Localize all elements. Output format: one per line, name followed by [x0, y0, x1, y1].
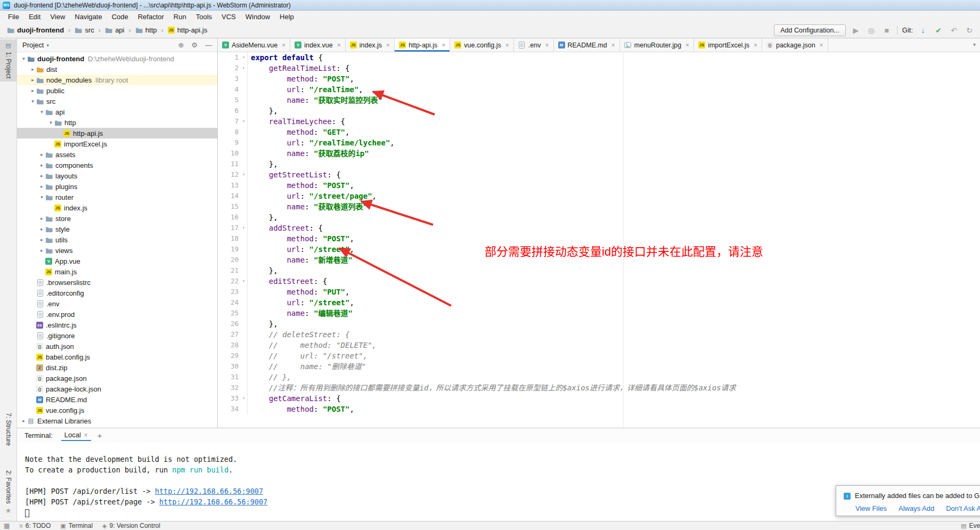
- tree-item-.env.prod[interactable]: .env.prod: [17, 309, 217, 320]
- code-line-14[interactable]: 14 url: "/street/page",: [218, 191, 980, 201]
- tree-item-utils[interactable]: ▸utils: [17, 234, 217, 245]
- tree-item-plugins[interactable]: ▸plugins: [17, 181, 217, 192]
- code-line-30[interactable]: 30 // name: "删除巷道": [218, 361, 980, 372]
- code-line-33[interactable]: 33▾ getCameraList: {: [218, 393, 980, 404]
- hide-panel-icon[interactable]: —: [205, 41, 212, 49]
- tree-item-public[interactable]: ▸public: [17, 85, 217, 96]
- tree-item-.browserslistrc[interactable]: .browserslistrc: [17, 277, 217, 288]
- chevron-collapsed-icon[interactable]: ▸: [29, 77, 36, 83]
- code-line-2[interactable]: 2▾ getRealTimeList: {: [218, 63, 980, 74]
- tree-item-layouts[interactable]: ▸layouts: [17, 170, 217, 181]
- chevron-collapsed-icon[interactable]: ▸: [38, 216, 45, 221]
- code-line-15[interactable]: 15 name: "获取巷道列表": [218, 201, 980, 212]
- breadcrumb-item-api[interactable]: api: [102, 25, 127, 35]
- chevron-expanded-icon[interactable]: ▾: [20, 56, 27, 61]
- code-line-17[interactable]: 17▾ addStreet: {: [218, 223, 980, 233]
- chevron-expanded-icon[interactable]: ▾: [47, 120, 54, 125]
- run-with-coverage-icon[interactable]: ◎: [866, 26, 877, 35]
- notification-action-view-files[interactable]: View Files: [855, 504, 887, 512]
- terminal-link[interactable]: http://192.168.66.56:9007: [155, 487, 263, 495]
- tree-item-components[interactable]: ▸components: [17, 160, 217, 170]
- close-icon[interactable]: ×: [84, 431, 88, 439]
- editor-tab-index.vue[interactable]: Vindex.vue×: [290, 38, 346, 52]
- tree-item-package-lock.json[interactable]: {}package-lock.json: [17, 384, 217, 394]
- fold-marker-icon[interactable]: ▾: [240, 276, 247, 287]
- code-line-21[interactable]: 21 },: [218, 265, 980, 276]
- close-icon[interactable]: ×: [442, 42, 445, 49]
- history-icon[interactable]: ↻: [964, 26, 975, 35]
- code-line-7[interactable]: 7▾ realTimeLychee: {: [218, 116, 980, 127]
- chevron-expanded-icon[interactable]: ▾: [38, 109, 45, 115]
- code-line-13[interactable]: 13 method: "POST",: [218, 180, 980, 191]
- editor-tab-http-api.js[interactable]: JShttp-api.js×: [395, 38, 450, 52]
- code-line-8[interactable]: 8 method: "GET",: [218, 127, 980, 137]
- breadcrumb-item-http-api.js[interactable]: JShttp-api.js: [165, 25, 210, 35]
- tree-item-router[interactable]: ▾router: [17, 192, 217, 202]
- breadcrumb-item-src[interactable]: src: [72, 25, 96, 35]
- chevron-collapsed-icon[interactable]: ▸: [20, 418, 27, 423]
- tree-item-api[interactable]: ▾api: [17, 107, 217, 117]
- close-icon[interactable]: ×: [685, 42, 689, 49]
- tree-item-README.md[interactable]: MREADME.md: [17, 394, 217, 405]
- editor-tab-menuRouter.jpg[interactable]: menuRouter.jpg×: [620, 38, 694, 52]
- code-line-27[interactable]: 27 // deleteStreet: {: [218, 329, 980, 340]
- code-line-24[interactable]: 24 url: "/street",: [218, 297, 980, 308]
- update-project-icon[interactable]: ↓: [918, 26, 928, 35]
- fold-marker-icon[interactable]: ▾: [240, 169, 247, 180]
- tree-item-.eslintrc.js[interactable]: es.eslintrc.js: [17, 320, 217, 330]
- status-item-6-todo[interactable]: ≡6: TODO: [19, 522, 51, 529]
- tree-item-dist.zip[interactable]: Zdist.zip: [17, 362, 217, 373]
- tree-item-importExcel.js[interactable]: JSimportExcel.js: [17, 138, 217, 149]
- close-icon[interactable]: ×: [386, 42, 390, 49]
- menu-code[interactable]: Code: [107, 11, 133, 22]
- menu-tools[interactable]: Tools: [191, 11, 217, 22]
- close-icon[interactable]: ×: [820, 42, 823, 49]
- locate-icon[interactable]: ⊕: [178, 41, 184, 49]
- code-line-23[interactable]: 23 method: "PUT",: [218, 287, 980, 297]
- tree-item-App.vue[interactable]: VApp.vue: [17, 256, 217, 266]
- code-line-28[interactable]: 28 // method: "DELETE",: [218, 340, 980, 350]
- terminal-link[interactable]: http://192.168.66.56:9007: [159, 498, 267, 506]
- new-terminal-session-icon[interactable]: +: [97, 431, 102, 440]
- chevron-collapsed-icon[interactable]: ▸: [29, 88, 36, 93]
- chevron-collapsed-icon[interactable]: ▸: [38, 162, 45, 168]
- tree-item-package.json[interactable]: {}package.json: [17, 373, 217, 384]
- code-line-3[interactable]: 3 method: "POST",: [218, 74, 980, 84]
- chevron-collapsed-icon[interactable]: ▸: [38, 152, 45, 157]
- terminal-tab-local[interactable]: Local ×: [61, 429, 91, 441]
- tree-item-.env[interactable]: .env: [17, 298, 217, 309]
- menu-file[interactable]: File: [3, 11, 24, 22]
- status-bar-event-log[interactable]: ▤ Event Log: [961, 522, 980, 529]
- chevron-collapsed-icon[interactable]: ▸: [29, 67, 36, 72]
- tree-item-views[interactable]: ▸views: [17, 245, 217, 256]
- tool-button-structure[interactable]: 7: Structure: [0, 410, 17, 449]
- fold-marker-icon[interactable]: ▾: [240, 393, 247, 404]
- tree-item-dist[interactable]: ▸dist: [17, 64, 217, 75]
- tool-button-project[interactable]: ▤ 1: Project: [0, 39, 17, 81]
- close-icon[interactable]: ×: [754, 42, 757, 49]
- tree-item-.gitignore[interactable]: .gitignore: [17, 330, 217, 341]
- tool-window-switcher-icon[interactable]: ▦: [4, 522, 10, 529]
- fold-marker-icon[interactable]: ▾: [240, 116, 247, 127]
- breadcrumb-item-http[interactable]: http: [133, 25, 160, 35]
- tree-item-.editorconfig[interactable]: .editorconfig: [17, 288, 217, 298]
- stop-icon[interactable]: ■: [881, 26, 892, 35]
- menu-vcs[interactable]: VCS: [217, 11, 241, 22]
- menu-edit[interactable]: Edit: [24, 11, 45, 22]
- status-item-9-version-control[interactable]: ◈9: Version Control: [102, 522, 160, 529]
- editor-tab-index.js[interactable]: JSindex.js×: [346, 38, 395, 52]
- tree-item-External Libraries[interactable]: ▸▤External Libraries: [17, 415, 217, 426]
- status-item-terminal[interactable]: ▣Terminal: [60, 522, 93, 529]
- editor-tab-vue.config.js[interactable]: JSvue.config.js×: [450, 38, 514, 52]
- tree-item-index.js[interactable]: JSindex.js: [17, 202, 217, 213]
- chevron-collapsed-icon[interactable]: ▸: [38, 237, 45, 242]
- chevron-down-icon[interactable]: ▾: [46, 43, 49, 48]
- tree-item-babel.config.js[interactable]: JSbabel.config.js: [17, 352, 217, 362]
- close-icon[interactable]: ×: [545, 42, 549, 49]
- fold-marker-icon[interactable]: ▾: [240, 63, 247, 74]
- code-line-9[interactable]: 9 url: "/realTime/lychee",: [218, 137, 980, 148]
- tree-item-main.js[interactable]: JSmain.js: [17, 266, 217, 277]
- revert-icon[interactable]: ↶: [949, 26, 959, 35]
- tree-item-assets[interactable]: ▸assets: [17, 149, 217, 160]
- tree-item-src[interactable]: ▾src: [17, 96, 217, 107]
